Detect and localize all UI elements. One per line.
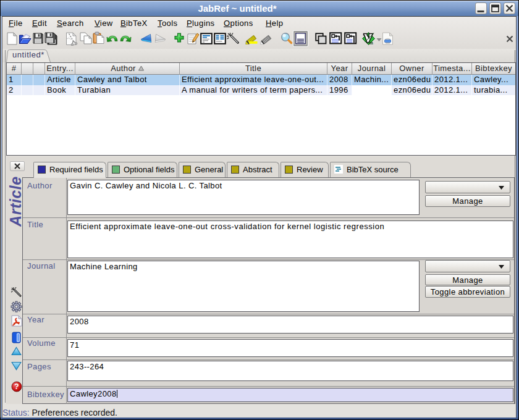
svg-text:m: m: [369, 41, 373, 45]
svg-text:?: ?: [14, 382, 19, 391]
